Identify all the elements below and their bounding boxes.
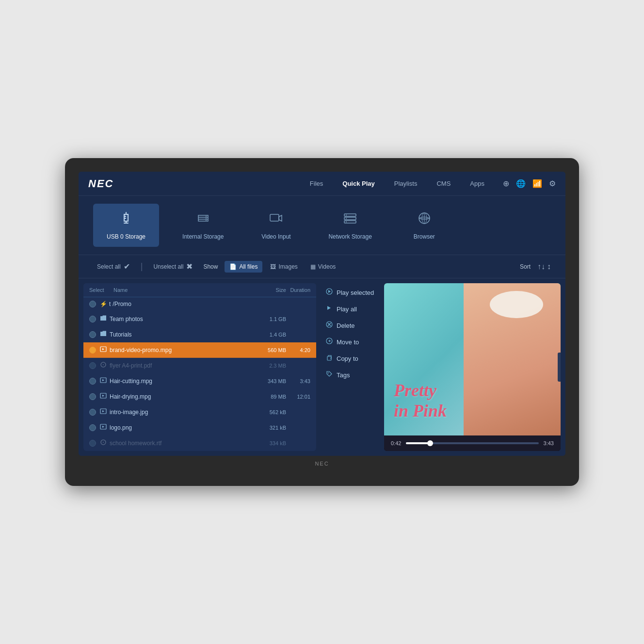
file-row-8[interactable]: school homework.rtf334 kB — [83, 435, 316, 451]
file-name-6: intro-image.jpg — [110, 409, 252, 416]
nav-links: FilesQuick PlayPlaylistsCMSApps — [306, 178, 488, 189]
storage-label-4: Browser — [414, 233, 435, 240]
file-icon-4 — [100, 377, 107, 385]
sort-label: Sort — [520, 263, 531, 270]
filter-types: 📄 All files🖼 Images▦ Videos — [225, 261, 340, 273]
file-duration-2: 4:20 — [286, 347, 310, 353]
action-play-selected-button[interactable]: Play selected — [326, 288, 379, 297]
unselect-all-button[interactable]: Unselect all ✖ — [149, 260, 196, 273]
storage-label-0: USB 0 Storage — [107, 233, 145, 240]
storage-icon-3 — [342, 210, 358, 229]
col-select: Select — [89, 287, 113, 293]
action-label-3: Move to — [337, 338, 359, 346]
unselect-all-label: Unselect all — [153, 263, 183, 270]
action-icon-3 — [326, 338, 333, 346]
file-size-5: 89 MB — [252, 394, 286, 400]
nav-icons: ⊕ 🌐 📶 ⚙ — [503, 179, 556, 188]
svg-point-29 — [328, 372, 329, 373]
file-name-2: brand-video-promo.mpg — [110, 347, 252, 354]
main-content: Select Name Size Duration ⚡ t /Promo — [79, 278, 565, 456]
col-size: Size — [252, 287, 286, 293]
nav-link-quick-play[interactable]: Quick Play — [338, 178, 378, 189]
filter-divider: | — [141, 261, 143, 272]
filter-bar: Select all ✔ | Unselect all ✖ Show 📄 All… — [79, 255, 565, 278]
nav-link-playlists[interactable]: Playlists — [390, 178, 421, 189]
storage-item-video-input[interactable]: Video Input — [247, 204, 305, 247]
nav-icon-person[interactable]: ⊕ — [503, 179, 509, 188]
action-play-all-button[interactable]: Play all — [326, 305, 379, 313]
nav-link-files[interactable]: Files — [306, 178, 327, 189]
file-icon-1 — [100, 330, 107, 338]
sort-icons: ↑↓ ↕ — [537, 262, 551, 271]
action-move-to-button[interactable]: Move to — [326, 338, 379, 346]
file-list-header: Select Name Size Duration — [83, 283, 316, 297]
breadcrumb-letter: t — [109, 301, 111, 307]
file-icon-8 — [100, 439, 107, 447]
hat-shape — [490, 291, 543, 319]
unselect-all-icon: ✖ — [186, 262, 193, 271]
file-size-3: 2.3 MB — [252, 363, 286, 369]
svg-rect-0 — [125, 216, 126, 217]
file-size-0: 1.1 GB — [252, 316, 286, 322]
video-thumbnail: Prettyin Pink — [384, 283, 561, 435]
file-name-3: flyer A4-print.pdf — [110, 362, 252, 369]
file-select-dot-4 — [89, 378, 96, 385]
svg-point-9 — [346, 215, 347, 216]
file-row-1[interactable]: Tutorials1.4 GB — [83, 327, 316, 342]
file-icon-0 — [100, 315, 107, 323]
file-row-0[interactable]: Team photos1.1 GB — [83, 311, 316, 327]
nav-icon-globe[interactable]: 🌐 — [516, 179, 526, 188]
storage-item-internal-storage[interactable]: Internal Storage — [169, 204, 237, 247]
col-duration: Duration — [286, 287, 310, 293]
video-time-start: 0:42 — [391, 440, 401, 446]
file-row-7[interactable]: logo.png321 kB — [83, 420, 316, 435]
action-copy-to-button[interactable]: Copy to — [326, 354, 379, 363]
action-icon-0 — [326, 288, 333, 297]
storage-item-network-storage[interactable]: Network Storage — [315, 204, 385, 247]
video-progress-bar[interactable] — [406, 442, 538, 444]
show-label: Show — [203, 263, 218, 270]
action-delete-button[interactable]: Delete — [326, 321, 379, 330]
file-name-4: Hair-cutting.mpg — [110, 378, 252, 385]
file-icon-5 — [100, 392, 107, 401]
file-name-8: school homework.rtf — [110, 440, 252, 447]
file-row-3[interactable]: flyer A4-print.pdf2.3 MB — [83, 358, 316, 373]
storage-item-usb-0-storage[interactable]: USB 0 Storage — [93, 204, 159, 247]
filter-type-videos[interactable]: ▦ Videos — [306, 261, 340, 273]
video-progress-thumb[interactable] — [427, 440, 433, 446]
file-size-7: 321 kB — [252, 425, 286, 431]
breadcrumb-row[interactable]: ⚡ t /Promo — [83, 297, 316, 311]
action-label-5: Tags — [337, 371, 350, 379]
file-size-2: 560 MB — [252, 347, 286, 353]
col-name: Name — [113, 287, 252, 293]
file-select-dot-3 — [89, 362, 96, 369]
video-controls[interactable]: 0:42 3:43 — [384, 435, 561, 451]
select-all-button[interactable]: Select all ✔ — [93, 260, 134, 273]
nav-icon-settings[interactable]: ⚙ — [549, 179, 556, 188]
file-size-4: 343 MB — [252, 378, 286, 384]
file-row-4[interactable]: Hair-cutting.mpg343 MB3:43 — [83, 373, 316, 389]
file-icon-2 — [100, 346, 107, 354]
filter-type-images[interactable]: 🖼 Images — [265, 261, 302, 273]
file-row-2[interactable]: brand-video-promo.mpg560 MB4:20 — [83, 342, 316, 358]
file-duration-5: 12:01 — [286, 394, 310, 400]
file-row-5[interactable]: Hair-drying.mpg89 MB12:01 — [83, 389, 316, 404]
action-label-1: Play all — [337, 306, 357, 313]
select-all-label: Select all — [97, 263, 121, 270]
breadcrumb-slash-path: /Promo — [113, 301, 131, 307]
action-icon-5 — [326, 370, 333, 379]
nav-link-cms[interactable]: CMS — [433, 178, 454, 189]
storage-item-browser[interactable]: Browser — [395, 204, 453, 247]
file-row-6[interactable]: intro-image.jpg562 kB — [83, 404, 316, 420]
nav-link-apps[interactable]: Apps — [466, 178, 488, 189]
video-overlay-text: Prettyin Pink — [394, 381, 447, 421]
sort-desc-button[interactable]: ↕ — [547, 262, 551, 271]
nav-icon-wifi[interactable]: 📶 — [532, 179, 542, 188]
video-progress-fill — [406, 442, 430, 444]
filter-type-all-files[interactable]: 📄 All files — [225, 261, 262, 273]
svg-point-11 — [346, 222, 347, 223]
action-icon-2 — [326, 321, 333, 330]
action-tags-button[interactable]: Tags — [326, 370, 379, 379]
action-label-4: Copy to — [337, 355, 358, 362]
sort-asc-button[interactable]: ↑↓ — [537, 262, 545, 271]
